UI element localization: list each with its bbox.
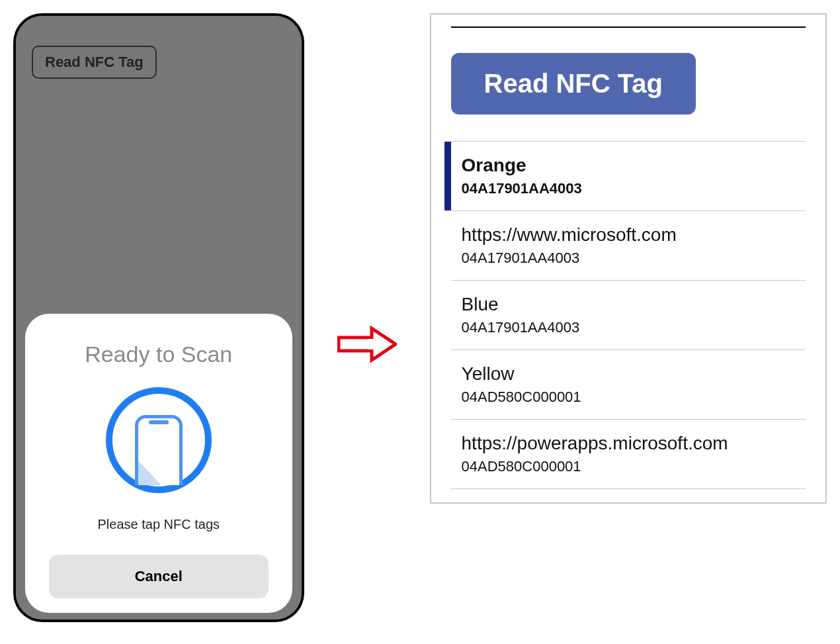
svg-rect-2 <box>368 339 375 349</box>
phone-screen: Read NFC Tag Ready to Scan Please tap NF… <box>16 16 302 620</box>
read-nfc-tag-button[interactable]: Read NFC Tag <box>451 53 696 115</box>
sheet-title: Ready to Scan <box>49 342 269 367</box>
list-item[interactable]: Yellow 04AD580C000001 <box>451 350 806 420</box>
svg-rect-0 <box>339 338 372 351</box>
list-item[interactable]: Orange 04A17901AA4003 <box>451 141 806 211</box>
list-item[interactable]: Blue 04A17901AA4003 <box>451 281 806 350</box>
panel-divider <box>451 26 806 28</box>
list-item-title: Yellow <box>462 363 798 385</box>
list-item[interactable]: https://www.microsoft.com 04A17901AA4003 <box>451 211 806 281</box>
list-item-sub: 04A17901AA4003 <box>462 319 798 336</box>
list-item-title: Orange <box>462 155 798 176</box>
list-item-sub: 04A17901AA4003 <box>462 180 798 197</box>
phone-device: Read NFC Tag Ready to Scan Please tap NF… <box>13 13 304 622</box>
svg-marker-1 <box>372 328 396 360</box>
cancel-button[interactable]: Cancel <box>49 555 269 598</box>
results-list: Orange 04A17901AA4003 https://www.micros… <box>451 141 806 489</box>
nfc-scan-sheet: Ready to Scan Please tap NFC tags Cancel <box>25 314 292 613</box>
sheet-message: Please tap NFC tags <box>49 517 269 532</box>
list-item-title: https://powerapps.microsoft.com <box>462 433 798 454</box>
list-item-title: https://www.microsoft.com <box>462 224 798 246</box>
results-panel: Read NFC Tag Orange 04A17901AA4003 https… <box>430 13 827 504</box>
nfc-scan-icon <box>106 387 212 493</box>
arrow-icon <box>337 326 397 363</box>
list-item-sub: 04AD580C000001 <box>462 389 798 406</box>
list-item-title: Blue <box>462 294 798 315</box>
list-item[interactable]: https://powerapps.microsoft.com 04AD580C… <box>451 420 806 489</box>
list-item-sub: 04AD580C000001 <box>462 458 798 475</box>
list-item-sub: 04A17901AA4003 <box>462 250 798 267</box>
